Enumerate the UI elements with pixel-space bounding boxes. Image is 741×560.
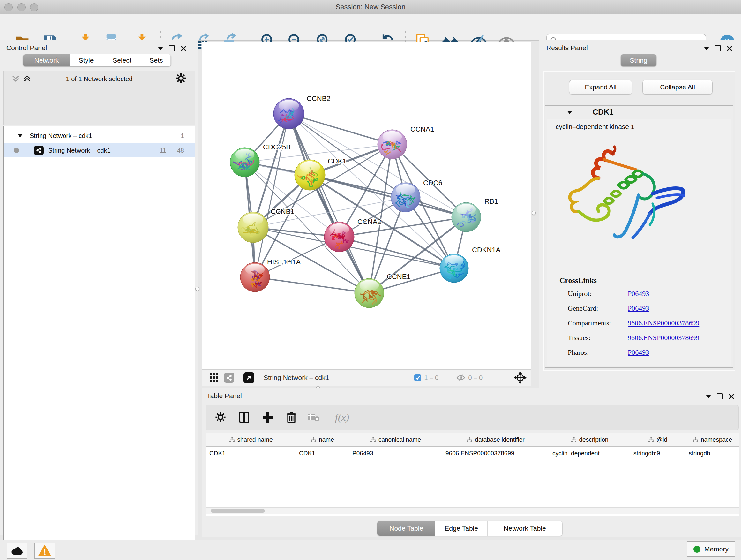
collection-expander-icon[interactable] — [17, 134, 23, 137]
tab-node-table[interactable]: Node Table — [377, 521, 435, 536]
svg-text:CCNA2: CCNA2 — [357, 218, 381, 226]
tab-select[interactable]: Select — [103, 54, 142, 66]
crosslink-label: Pharos: — [568, 348, 589, 357]
maximize-panel-icon[interactable] — [715, 45, 721, 51]
results-panel-title: Results Panel — [546, 44, 588, 52]
float-panel-icon[interactable] — [706, 395, 711, 398]
tab-string[interactable]: String — [621, 54, 657, 66]
tab-network-table[interactable]: Network Table — [488, 521, 562, 536]
svg-text:HIST1H1A: HIST1H1A — [267, 258, 300, 266]
string-view-icon[interactable] — [224, 373, 234, 383]
table-cell[interactable]: cyclin–dependent ... — [549, 446, 630, 460]
crosslink-label: Compartments: — [568, 319, 611, 327]
memory-button[interactable]: Memory — [687, 542, 735, 557]
hidden-eye-icon[interactable] — [456, 374, 466, 382]
network-edge-count: 48 — [177, 147, 184, 154]
cloud-icon — [11, 546, 23, 556]
crosslink-link[interactable]: 9606.ENSP00000378699 — [628, 319, 699, 327]
left-splitter-handle[interactable] — [195, 287, 199, 291]
cloud-status-button[interactable] — [7, 543, 27, 559]
network-row[interactable]: String Network – cdk1 11 48 — [3, 143, 195, 158]
main-toolbar: ? — [0, 14, 741, 41]
current-network-dot-icon — [14, 148, 19, 153]
maximize-panel-icon[interactable] — [169, 45, 175, 51]
table-cell[interactable]: CDK1 — [296, 446, 349, 460]
table-cell[interactable]: P06493 — [349, 446, 442, 460]
control-panel-title: Control Panel — [6, 44, 47, 52]
gene-detail-card: cyclin–dependent kinase 1 CrossLinks Uni… — [547, 119, 731, 366]
fit-content-crosshair-icon[interactable] — [514, 371, 527, 384]
memory-status-dot-icon — [693, 546, 700, 553]
column-type-icon — [649, 437, 654, 442]
close-panel-icon[interactable] — [727, 46, 732, 51]
gene-description: cyclin–dependent kinase 1 — [556, 123, 635, 131]
table-cell[interactable]: 9606.ENSP00000378699 — [442, 446, 549, 460]
node-CDK1: CDK1 — [294, 157, 347, 190]
control-panel: Control Panel Network Style Select Sets … — [0, 40, 199, 535]
column-header: namespace — [685, 433, 739, 447]
close-panel-icon[interactable] — [181, 46, 186, 51]
table-cell[interactable]: stringdb:9... — [630, 446, 685, 460]
crosslink-link[interactable]: P06493 — [628, 290, 649, 298]
delete-table-icon[interactable] — [306, 409, 322, 425]
tab-network[interactable]: Network — [23, 54, 70, 66]
crosslink-label: Tissues: — [568, 334, 590, 342]
float-panel-icon[interactable] — [158, 47, 163, 50]
add-column-icon[interactable] — [260, 409, 276, 425]
svg-text:CCNB2: CCNB2 — [307, 95, 331, 103]
network-selection-status: 1 of 1 Network selected — [0, 75, 199, 83]
function-builder-icon[interactable]: f(x) — [330, 409, 354, 425]
table-options-gear-icon[interactable] — [212, 409, 228, 425]
gene-expander-icon[interactable] — [567, 111, 572, 114]
expand-all-button[interactable]: Expand All — [569, 80, 632, 95]
tab-sets[interactable]: Sets — [142, 54, 171, 66]
column-type-icon — [370, 437, 376, 442]
table-cell[interactable]: CDK1 — [206, 446, 296, 460]
svg-text:CCNE1: CCNE1 — [387, 273, 411, 281]
float-panel-icon[interactable] — [704, 47, 709, 50]
crosslink-link[interactable]: P06493 — [628, 304, 649, 313]
node-CDKN1A: CDKN1A — [440, 246, 501, 283]
column-header: canonical name — [349, 433, 443, 447]
selected-node-edge-counts: 1 – 0 — [424, 374, 439, 381]
node-CCNA1: CCNA1 — [378, 125, 434, 159]
selected-checkbox-icon[interactable] — [414, 374, 421, 381]
control-panel-tabs: Network Style Select Sets — [23, 54, 171, 66]
network-name: String Network – cdk1 — [48, 147, 111, 154]
table-panel-title: Table Panel — [207, 392, 242, 400]
svg-text:CDC25B: CDC25B — [263, 143, 291, 151]
column-type-icon — [311, 437, 316, 442]
svg-text:CDKN1A: CDKN1A — [472, 246, 501, 254]
node-table[interactable]: shared name name canonical name database… — [206, 433, 739, 516]
crosslink-label: GeneCard: — [568, 304, 598, 313]
close-panel-icon[interactable] — [729, 394, 734, 399]
maximize-panel-icon[interactable] — [717, 393, 723, 399]
collapse-all-button[interactable]: Collapse All — [643, 80, 713, 95]
network-view-title: String Network – cdk1 — [264, 374, 329, 381]
table-cell[interactable]: stringdb — [685, 446, 739, 460]
grid-view-icon[interactable] — [209, 373, 219, 382]
crosslink-link[interactable]: 9606.ENSP00000378699 — [628, 334, 699, 342]
column-type-icon — [571, 437, 577, 442]
warning-status-button[interactable] — [35, 543, 55, 559]
title-bar: Session: New Session — [0, 0, 741, 14]
table-hscrollbar[interactable] — [206, 507, 739, 514]
column-type-icon — [229, 437, 235, 442]
warning-icon — [38, 545, 51, 557]
node-HIST1H1A: HIST1H1A — [240, 258, 300, 292]
table-tabs: Node Table Edge Table Network Table — [377, 521, 562, 536]
network-collection-row[interactable]: String Network – cdk1 1 — [3, 129, 195, 143]
window-title: Session: New Session — [0, 3, 741, 11]
svg-text:CDC6: CDC6 — [423, 179, 442, 187]
network-canvas[interactable]: CCNB2CCNA1CDC25BCDK1CDC6RB1CCNB1CCNA2CDK… — [202, 42, 531, 369]
right-splitter-handle[interactable] — [532, 211, 536, 215]
tab-edge-table[interactable]: Edge Table — [435, 521, 487, 536]
status-bar — [0, 540, 741, 560]
delete-column-icon[interactable] — [283, 409, 299, 425]
crosslink-link[interactable]: P06493 — [628, 348, 649, 357]
scrollbar-thumb[interactable] — [211, 509, 265, 513]
network-options-gear-icon[interactable] — [176, 73, 186, 84]
birdseye-view-icon[interactable] — [244, 372, 254, 383]
tab-style[interactable]: Style — [70, 54, 103, 66]
show-columns-icon[interactable] — [236, 409, 252, 425]
